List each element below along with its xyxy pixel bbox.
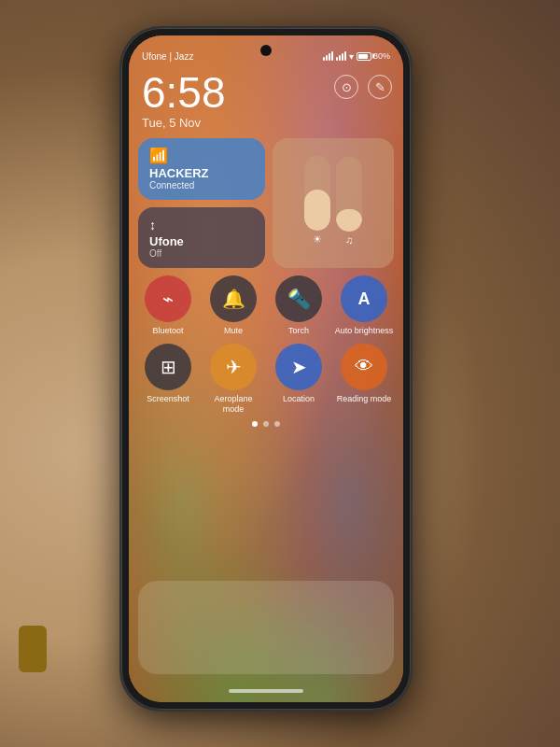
wifi-name: HACKERZ (149, 166, 254, 180)
mobile-status: Off (149, 248, 254, 259)
clock-display: 6:58 (142, 71, 226, 114)
volume-slider-item[interactable]: ♫ (336, 157, 362, 246)
mobile-data-tile[interactable]: ↕ Ufone Off (138, 207, 265, 269)
location-button[interactable]: ➤ (275, 344, 322, 390)
mute-icon: 🔔 (222, 288, 245, 310)
volume-track (336, 157, 362, 232)
sliders-tile: ☀ ♫ (273, 138, 394, 268)
mobile-name: Ufone (149, 234, 254, 248)
aeroplane-label: Aeroplane mode (203, 394, 263, 415)
reading-mode-icon: 👁 (355, 356, 373, 377)
reading-mode-tile[interactable]: 👁 Reading mode (334, 344, 394, 415)
tiles-area: 📶 HACKERZ Connected ↕ Ufone Off (138, 138, 394, 430)
settings-icon[interactable]: ⊙ (334, 75, 358, 99)
carrier-label: Ufone | Jazz (142, 51, 193, 62)
torch-tile[interactable]: 🔦 Torch (269, 275, 329, 336)
phone-screen: Ufone | Jazz ▾ (129, 35, 403, 702)
signal-icon-2 (336, 51, 346, 61)
reading-mode-button[interactable]: 👁 (341, 344, 387, 390)
reading-mode-label: Reading mode (337, 394, 392, 404)
date-display: Tue, 5 Nov (142, 116, 226, 130)
bluetooth-button[interactable]: ⌁ (145, 275, 191, 322)
screenshot-button[interactable]: ⊞ (145, 344, 191, 390)
auto-brightness-label: Auto brightness (335, 326, 394, 336)
torch-label: Torch (288, 326, 309, 336)
page-dots (138, 421, 394, 427)
wifi-tile[interactable]: 📶 HACKERZ Connected (138, 138, 265, 200)
auto-brightness-tile[interactable]: A Auto brightness (334, 275, 394, 336)
bottom-app-area (138, 581, 394, 674)
wifi-status-icon: ▾ (349, 51, 354, 62)
battery-percent: 80% (373, 51, 390, 61)
mute-label: Mute (224, 326, 243, 336)
time-section: 6:58 Tue, 5 Nov (142, 71, 226, 130)
screenshot-icon: ⊞ (161, 356, 176, 378)
location-label: Location (283, 394, 315, 404)
dot-3 (274, 421, 280, 427)
bluetooth-tile[interactable]: ⌁ Bluetoot (138, 275, 198, 336)
quick-tiles-row1: ⌁ Bluetoot 🔔 Mute 🔦 Torch (138, 275, 394, 336)
aeroplane-icon: ✈ (226, 356, 242, 378)
phone-body: Ufone | Jazz ▾ (121, 28, 411, 710)
screenshot-label: Screenshot (147, 394, 189, 404)
dot-1 (252, 421, 258, 427)
battery-fill (358, 54, 368, 59)
bluetooth-icon: ⌁ (162, 288, 174, 310)
wifi-tile-icon: 📶 (149, 147, 254, 164)
wristband (19, 626, 47, 672)
wifi-status: Connected (149, 180, 254, 190)
scene: Ufone | Jazz ▾ (0, 0, 560, 747)
quick-tiles-row2: ⊞ Screenshot ✈ Aeroplane mode ➤ (138, 344, 394, 415)
brightness-track (304, 156, 330, 231)
screenshot-tile[interactable]: ⊞ Screenshot (138, 344, 198, 415)
brightness-icon: ☀ (313, 233, 322, 246)
sliders-container: ☀ ♫ (304, 162, 362, 246)
location-tile[interactable]: ➤ Location (269, 344, 329, 415)
brightness-slider-item[interactable]: ☀ (304, 156, 330, 246)
volume-fill (336, 209, 362, 232)
status-icons: ▾ 80% (323, 51, 390, 62)
mute-tile[interactable]: 🔔 Mute (203, 275, 263, 336)
home-bar[interactable] (229, 689, 303, 693)
battery-icon (357, 52, 371, 61)
mobile-icon: ↕ (149, 218, 254, 233)
torch-button[interactable]: 🔦 (275, 275, 322, 322)
bluetooth-label: Bluetoot (152, 326, 183, 336)
auto-brightness-icon: A (358, 289, 371, 309)
location-icon: ➤ (291, 356, 307, 378)
auto-brightness-button[interactable]: A (341, 275, 387, 322)
brightness-fill (304, 190, 330, 231)
tiles-row-1: 📶 HACKERZ Connected ↕ Ufone Off (138, 138, 394, 268)
front-camera (260, 45, 272, 56)
signal-icon (323, 51, 333, 61)
mute-button[interactable]: 🔔 (210, 275, 257, 322)
torch-icon: 🔦 (287, 288, 311, 310)
battery-indicator: 80% (357, 51, 390, 61)
top-right-icons: ⊙ ✎ (334, 75, 392, 99)
aeroplane-tile[interactable]: ✈ Aeroplane mode (203, 344, 263, 415)
edit-icon[interactable]: ✎ (368, 75, 392, 99)
dot-2 (263, 421, 269, 427)
volume-icon: ♫ (345, 234, 353, 246)
aeroplane-button[interactable]: ✈ (210, 344, 257, 390)
